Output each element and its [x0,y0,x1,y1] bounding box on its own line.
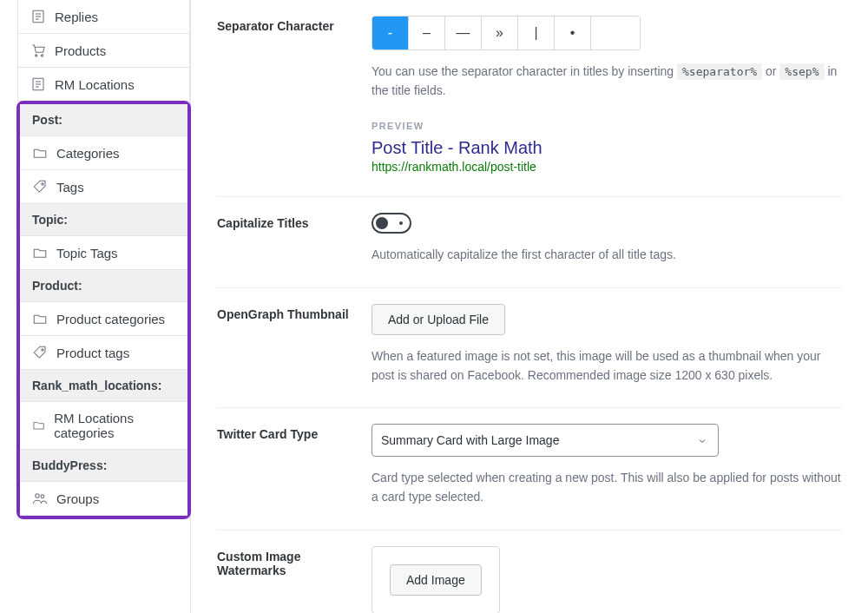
doc-icon [30,76,46,92]
watermark-box: Add Image [372,546,500,613]
separator-option-6[interactable] [591,16,640,49]
tag-icon [32,179,48,194]
sidebar-header: Rank_math_locations: [20,370,187,402]
setting-capitalize: Capitalize Titles Automatically capitali… [217,197,842,288]
twitter-label: Twitter Card Type [217,424,372,506]
sidebar-item-products[interactable]: Products [18,34,189,68]
sidebar-item-product-tags[interactable]: Product tags [20,336,187,370]
capitalize-toggle[interactable] [372,213,411,234]
folder-icon [32,311,48,326]
users-icon [32,491,48,506]
separator-option-5[interactable]: • [555,16,591,49]
separator-option-3[interactable]: » [482,16,518,49]
cart-icon [30,43,46,58]
sidebar-item-rm-locations-categories[interactable]: RM Locations categories [20,402,187,450]
og-label: OpenGraph Thumbnail [217,304,372,385]
folder-icon [32,245,48,260]
sidebar-header: Product: [20,270,187,302]
twitter-desc: Card type selected when creating a new p… [372,469,842,506]
separator-options: -–—»|• [372,16,641,50]
separator-option-2[interactable]: — [445,16,482,49]
preview-title: Post Title - Rank Math [372,138,842,158]
sidebar-item-label: Topic Tags [56,246,118,260]
capitalize-label: Capitalize Titles [217,213,372,265]
sidebar-item-product-categories[interactable]: Product categories [20,302,187,336]
setting-twitter-card: Twitter Card Type Summary Card with Larg… [217,408,842,530]
setting-og-thumbnail: OpenGraph Thumbnail Add or Upload File W… [217,288,842,408]
sidebar-header: Topic: [20,204,187,236]
sidebar-item-topic-tags[interactable]: Topic Tags [20,236,187,270]
setting-watermarks: Custom Image Watermarks Add Image [217,531,842,613]
code-separator: %separator% [677,63,762,80]
sidebar-item-label: Product tags [56,346,129,360]
separator-desc: You can use the separator character in t… [372,63,842,100]
sidebar-item-label: Products [55,43,106,58]
separator-option-0[interactable]: - [372,16,409,49]
preview-url: https://rankmath.local/post-title [372,160,842,174]
sidebar-item-rm-locations[interactable]: RM Locations [18,68,189,102]
twitter-selected: Summary Card with Large Image [381,433,559,447]
folder-icon [32,145,48,161]
sidebar-item-label: RM Locations categories [54,411,175,440]
sidebar-item-categories[interactable]: Categories [20,136,187,170]
sidebar-header: Post: [20,104,187,136]
separator-option-1[interactable]: – [409,16,445,49]
og-desc: When a featured image is not set, this i… [372,347,842,385]
sidebar-item-groups[interactable]: Groups [20,482,187,516]
separator-option-4[interactable]: | [518,16,555,49]
code-sep: %sep% [779,63,824,80]
sidebar-item-label: Groups [56,491,99,506]
sidebar-item-label: Categories [56,146,120,161]
capitalize-desc: Automatically capitalize the first chara… [372,246,842,265]
add-image-button[interactable]: Add Image [390,564,482,596]
tag-icon [32,345,48,360]
highlighted-taxonomies: Post:CategoriesTagsTopic:Topic TagsProdu… [16,101,191,519]
separator-label: Separator Character [217,16,372,174]
sidebar-item-label: Tags [56,180,84,194]
setting-separator: Separator Character -–—»|• You can use t… [217,0,842,197]
twitter-card-select[interactable]: Summary Card with Large Image [372,424,719,457]
sidebar-item-label: Product categories [56,312,165,326]
sidebar: RepliesProductsRM LocationsPost:Categori… [0,0,191,613]
chevron-down-icon [697,435,707,445]
sidebar-header: BuddyPress: [20,450,187,482]
sidebar-item-label: Replies [55,10,98,24]
preview-label: PREVIEW [372,121,842,131]
sidebar-item-label: RM Locations [55,77,135,92]
doc-icon [30,9,46,24]
sidebar-item-replies[interactable]: Replies [18,0,189,34]
folder-icon [32,418,45,433]
watermark-label: Custom Image Watermarks [217,546,372,613]
settings-panel: Separator Character -–—»|• You can use t… [191,0,868,613]
add-upload-file-button[interactable]: Add or Upload File [372,304,505,335]
sidebar-item-tags[interactable]: Tags [20,170,187,204]
